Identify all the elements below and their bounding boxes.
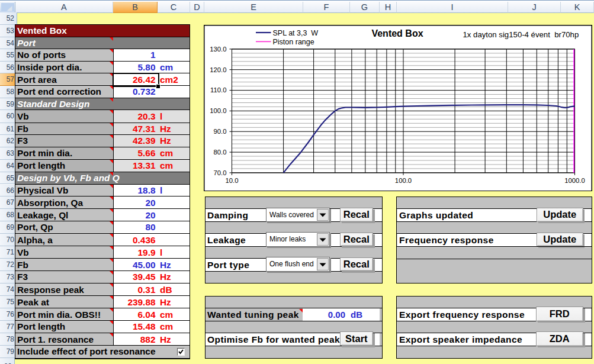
svg-text:1x dayton sig150-4 évent br70: 1x dayton sig150-4 évent br70hp	[463, 30, 579, 38]
svg-text:110.0: 110.0	[210, 86, 226, 94]
svg-text:SPL at 3,3 W: SPL at 3,3 W	[272, 28, 318, 37]
svg-text:Piston range: Piston range	[272, 37, 314, 46]
svg-text:70.0: 70.0	[213, 169, 226, 176]
svg-text:120.0: 120.0	[210, 66, 226, 73]
svg-text:100.0: 100.0	[210, 107, 226, 114]
svg-text:80.0: 80.0	[213, 148, 226, 155]
svg-text:10.0: 10.0	[225, 176, 238, 183]
svg-text:130.0: 130.0	[210, 45, 226, 52]
svg-text:100.0: 100.0	[394, 176, 411, 183]
svg-text:90.0: 90.0	[213, 128, 226, 135]
svg-text:Vented Box: Vented Box	[371, 28, 423, 38]
svg-text:1000.0: 1000.0	[564, 176, 585, 183]
